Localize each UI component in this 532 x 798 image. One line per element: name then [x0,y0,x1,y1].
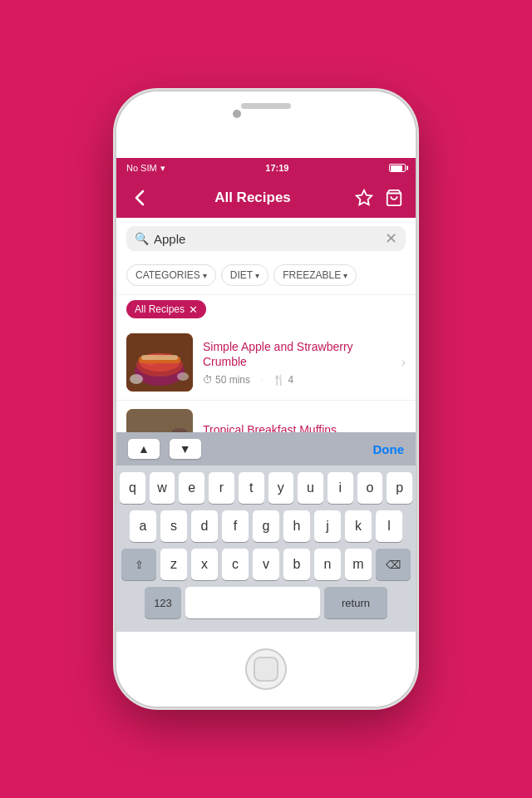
key-t[interactable]: t [239,472,264,504]
all-recipes-tag: All Recipes ✕ [126,300,206,318]
key-f[interactable]: f [222,510,249,542]
recipe-thumbnail [126,409,193,432]
categories-chevron-icon: ▾ [203,271,207,280]
search-input[interactable] [154,232,380,246]
freezable-filter-label: FREEZABLE [283,269,341,281]
freezable-chevron-icon: ▾ [343,271,347,280]
all-recipes-tag-label: All Recipes [135,303,185,315]
back-button[interactable] [126,185,153,211]
crumble-image [126,333,193,392]
phone-frame: No SIM ▾ 17:19 All Recipes [116,91,416,707]
all-recipes-tag-remove[interactable]: ✕ [189,304,198,315]
wifi-icon: ▾ [160,163,165,174]
key-a[interactable]: a [130,510,156,542]
recipe-info: Simple Apple and Strawberry Crumble ⏱ 50… [203,339,392,386]
key-v[interactable]: v [253,549,279,580]
freezable-filter-button[interactable]: FREEZABLE ▾ [273,264,357,286]
nav-actions [352,186,406,209]
key-x[interactable]: x [191,549,218,580]
clock-icon: ⏱ [203,374,213,386]
filter-row: CATEGORIES ▾ DIET ▾ FREEZABLE ▾ [116,259,416,295]
key-y[interactable]: y [268,472,294,504]
keyboard-row-1: q w e r t y u i o p [120,472,412,504]
cart-button[interactable] [382,186,406,209]
key-p[interactable]: p [387,472,412,504]
svg-rect-8 [141,355,178,360]
key-q[interactable]: q [120,472,145,504]
keyboard-row-4: 123 return [120,587,412,618]
categories-filter-label: CATEGORIES [135,269,200,281]
space-key[interactable] [185,587,320,618]
muffin-image [126,409,193,432]
shift-key[interactable]: ⇧ [121,549,156,580]
key-w[interactable]: w [150,472,175,504]
key-k[interactable]: k [345,510,372,542]
phone-bottom-bezel [116,632,416,707]
fork-icon: 🍴 [273,374,285,386]
search-container: 🔍 ✕ [116,218,416,259]
status-left: No SIM ▾ [126,163,165,174]
key-c[interactable]: c [222,549,249,580]
search-bar: 🔍 ✕ [126,226,406,251]
recipe-chevron-icon: › [401,355,406,370]
diet-filter-label: DIET [230,269,253,281]
key-d[interactable]: d [191,510,218,542]
key-z[interactable]: z [160,549,187,580]
recipe-meta: ⏱ 50 mins · 🍴 4 [203,374,392,386]
key-g[interactable]: g [253,510,279,542]
phone-top-bezel [116,91,416,158]
nav-title: All Recipes [153,190,352,206]
status-right [389,164,406,172]
key-h[interactable]: h [283,510,310,542]
speaker [241,103,291,109]
numbers-key[interactable]: 123 [145,587,181,618]
keyboard-nav-buttons: ▲ ▼ [128,439,201,459]
key-i[interactable]: i [328,472,353,504]
keyboard: q w e r t y u i o p a s d f g h j k [116,466,416,632]
battery-icon [389,164,406,172]
keyboard-toolbar: ▲ ▼ Done [116,432,416,466]
recipe-time: ⏱ 50 mins [203,374,250,386]
keyboard-prev-button[interactable]: ▲ [128,439,160,459]
key-o[interactable]: o [357,472,383,504]
key-u[interactable]: u [298,472,323,504]
key-b[interactable]: b [283,549,310,580]
key-n[interactable]: n [314,549,341,580]
keyboard-done-button[interactable]: Done [373,442,405,456]
phone-screen: No SIM ▾ 17:19 All Recipes [116,158,416,632]
key-r[interactable]: r [209,472,234,504]
search-clear-button[interactable]: ✕ [385,231,397,246]
nav-bar: All Recipes [116,178,416,218]
categories-filter-button[interactable]: CATEGORIES ▾ [126,264,216,286]
recipe-item[interactable]: Simple Apple and Strawberry Crumble ⏱ 50… [116,325,416,401]
recipe-list: Simple Apple and Strawberry Crumble ⏱ 50… [116,325,416,432]
diet-chevron-icon: ▾ [255,271,259,280]
favorites-button[interactable] [352,186,376,209]
recipe-thumbnail [126,333,193,392]
keyboard-next-button[interactable]: ▼ [170,439,201,459]
carrier-text: No SIM [126,163,157,173]
status-time: 17:19 [265,163,288,173]
active-filters: All Recipes ✕ [116,295,416,325]
return-key[interactable]: return [324,587,387,618]
key-s[interactable]: s [160,510,187,542]
key-m[interactable]: m [345,549,372,580]
key-j[interactable]: j [314,510,341,542]
recipe-item[interactable]: Tropical Breakfast Muffins ⏱ 30 mins · 🍴… [116,401,416,432]
keyboard-row-3: ⇧ z x c v b n m ⌫ [120,549,412,580]
home-button-inner [254,657,278,682]
delete-key[interactable]: ⌫ [376,549,411,580]
diet-filter-button[interactable]: DIET ▾ [221,264,268,286]
camera [233,110,241,118]
recipe-title: Simple Apple and Strawberry Crumble [203,339,392,369]
home-button[interactable] [245,648,287,690]
key-e[interactable]: e [179,472,204,504]
key-l[interactable]: l [376,510,402,542]
recipe-servings: 🍴 4 [273,374,293,386]
recipe-info: Tropical Breakfast Muffins ⏱ 30 mins · 🍴… [203,422,392,432]
svg-point-9 [130,374,143,384]
recipe-title: Tropical Breakfast Muffins [203,422,392,432]
svg-point-10 [177,372,189,381]
keyboard-row-2: a s d f g h j k l [120,510,412,542]
search-icon: 🔍 [135,232,149,245]
